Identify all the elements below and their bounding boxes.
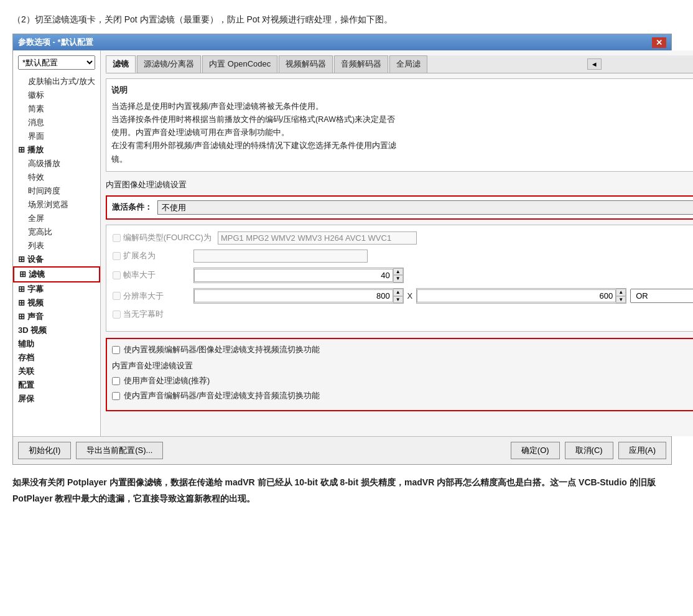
bottom-bar: 初始化(I) 导出当前配置(S)... 确定(O) 取消(C) 应用(A) [13,436,671,464]
audio-filter-title: 内置声音处理滤镜设置 [112,360,693,371]
export-button[interactable]: 导出当前配置(S)... [76,442,163,459]
resolution-checkbox-label: 分辨率大于 [113,291,187,302]
desc-line: 当选择按条件使用时将根据当前播放文件的编码/压缩格式(RAW格式)来决定是否 [111,113,693,126]
codec-checkbox[interactable] [113,234,121,242]
tree-item[interactable]: 存档 [13,351,100,365]
left-panel: *默认配置 皮肤输出方式/放大徽标简素消息界面⊞ 播放高级播放特效时间跨度场景浏… [13,50,101,436]
description-title: 说明 [111,84,693,97]
tree-item[interactable]: 皮肤输出方式/放大 [13,75,100,88]
height-input[interactable] [417,289,616,302]
audio-switch-label: 使内置声音编解码器/声音处理滤镜支持音频流切换功能 [124,390,320,401]
tree-item[interactable]: 全屏 [13,212,100,225]
tree-item[interactable]: ⊞ 字幕 [13,282,100,296]
dialog-title: 参数选项 - *默认配置 [18,37,93,48]
desc-line: 当选择总是使用时内置视频/声音处理滤镜将被无条件使用。 [111,100,693,113]
tree-item[interactable]: 时间跨度 [13,184,100,198]
activation-select[interactable]: 不使用 总是使用 按条件使用 [157,200,693,215]
fps-checkbox-label: 帧率大于 [113,269,187,281]
width-spinbox: ▲ ▼ [193,288,404,304]
width-input[interactable] [194,289,393,302]
subtitle-label-text: 当无字幕时 [123,309,164,320]
footer-text: 如果没有关闭 Potplayer 内置图像滤镜，数据在传递给 madVR 前已经… [12,475,681,506]
desc-line: 在没有需利用外部视频/声音滤镜处理的特殊情况下建议您选择无条件使用内置滤 [111,139,693,152]
activation-label: 激活条件： [112,202,152,213]
height-increment-button[interactable]: ▲ [616,289,626,296]
width-increment-button[interactable]: ▲ [393,289,403,296]
tab-filter[interactable]: 滤镜 [106,55,136,73]
tree-item[interactable]: 场景浏览器 [13,198,100,212]
fps-spinbox: ▲ ▼ [193,268,404,283]
red-border-section: 使内置视频编解码器/图像处理滤镜支持视频流切换功能 内置声音处理滤镜设置 使用声… [106,338,693,411]
cancel-button[interactable]: 取消(C) [565,442,613,459]
tab-prev-button[interactable]: ◄ [587,58,602,70]
tree-item[interactable]: 3D 视频 [13,324,100,337]
extension-label-text: 扩展名为 [123,250,156,261]
subtitle-checkbox[interactable] [113,310,121,319]
audio-switch-checkbox[interactable] [112,392,120,400]
fps-label-text: 帧率大于 [123,269,156,281]
intro-text: （2）切至滤镜选项卡，关闭 Pot 内置滤镜（最重要），防止 Pot 对视频进行… [12,12,681,26]
extension-input[interactable] [193,250,368,263]
tree-item[interactable]: 界面 [13,129,100,143]
tree-item[interactable]: 辅助 [13,337,100,351]
resolution-checkbox[interactable] [113,292,121,300]
codec-checkbox-label: 编解码类型(FOURCC)为 [113,232,212,243]
tree-item[interactable]: 徽标 [13,88,100,102]
extension-row: 扩展名为 [113,250,693,263]
activation-row: 激活条件： 不使用 总是使用 按条件使用 [106,195,693,220]
tree-item[interactable]: ⊞ 设备 [13,253,100,266]
height-decrement-button[interactable]: ▼ [616,296,626,304]
codec-input[interactable] [218,231,417,245]
fps-decrement-button[interactable]: ▼ [393,275,403,282]
image-filter-section-title: 内置图像处理滤镜设置 [106,179,693,190]
tab-global[interactable]: 全局滤 [389,55,427,73]
fps-row: 帧率大于 ▲ ▼ [113,268,693,283]
tree-item[interactable]: ⊞ 声音 [13,310,100,324]
extension-checkbox[interactable] [113,252,121,260]
tree-item[interactable]: ⊞ 视频 [13,296,100,310]
height-spinbox: ▲ ▼ [416,288,626,304]
tab-audio-decoder[interactable]: 音频解码器 [334,55,388,73]
codec-label-text: 编解码类型(FOURCC)为 [123,232,212,243]
width-spinbox-buttons: ▲ ▼ [393,289,403,303]
tree-item[interactable]: ⊞ 播放 [13,143,100,157]
dialog-close-button[interactable]: ✕ [652,37,666,48]
tree-item[interactable]: 关联 [13,365,100,378]
tree-item[interactable]: 列表 [13,239,100,253]
tab-video-decoder[interactable]: 视频解码器 [279,55,333,73]
desc-line: 使用。内置声音处理滤镜可用在声音录制功能中。 [111,126,693,139]
subtitle-checkbox-label: 当无字幕时 [113,309,187,320]
height-spinbox-buttons: ▲ ▼ [616,289,626,303]
resolution-label-text: 分辨率大于 [123,291,164,302]
dialog-window: 参数选项 - *默认配置 ✕ *默认配置 皮肤输出方式/放大徽标简素消息界面⊞ … [12,34,672,465]
tree-item[interactable]: 宽高比 [13,225,100,239]
tree-item[interactable]: 屏保 [13,392,100,406]
width-decrement-button[interactable]: ▼ [393,296,403,304]
tree-item[interactable]: ⊞ 滤镜 [13,266,100,282]
fps-increment-button[interactable]: ▲ [393,268,403,276]
tree-item[interactable]: 特效 [13,170,100,184]
tree-item[interactable]: 配置 [13,378,100,392]
footer-strong-text: 如果没有关闭 Potplayer 内置图像滤镜，数据在传递给 madVR 前已经… [12,477,656,503]
tree-item[interactable]: 高级播放 [13,157,100,170]
or-select[interactable]: OR AND [630,289,693,303]
config-dropdown-wrapper: *默认配置 [13,53,100,72]
tab-source-filter[interactable]: 源滤镜/分离器 [137,55,202,73]
codec-row: 编解码类型(FOURCC)为 [113,231,693,245]
tree-item[interactable]: 简素 [13,102,100,116]
tree-item[interactable]: 消息 [13,116,100,129]
tree-container: 皮肤输出方式/放大徽标简素消息界面⊞ 播放高级播放特效时间跨度场景浏览器全屏宽高… [13,75,100,406]
audio-use-checkbox[interactable] [112,377,120,385]
extension-checkbox-label: 扩展名为 [113,250,187,261]
apply-button[interactable]: 应用(A) [618,442,666,459]
ok-button[interactable]: 确定(O) [511,442,560,459]
subtitle-row: 当无字幕时 [113,309,693,320]
description-box: 说明 当选择总是使用时内置视频/声音处理滤镜将被无条件使用。当选择按条件使用时将… [106,78,693,172]
video-switch-checkbox[interactable] [112,346,120,354]
tab-opencodec[interactable]: 内置 OpenCodec [202,55,277,73]
init-button[interactable]: 初始化(I) [18,442,71,459]
fps-input[interactable] [194,269,393,282]
fps-checkbox[interactable] [113,271,121,279]
config-dropdown[interactable]: *默认配置 [18,55,95,70]
right-panel: 滤镜 源滤镜/分离器 内置 OpenCodec 视频解码器 音频解码器 全局滤 … [101,50,693,436]
